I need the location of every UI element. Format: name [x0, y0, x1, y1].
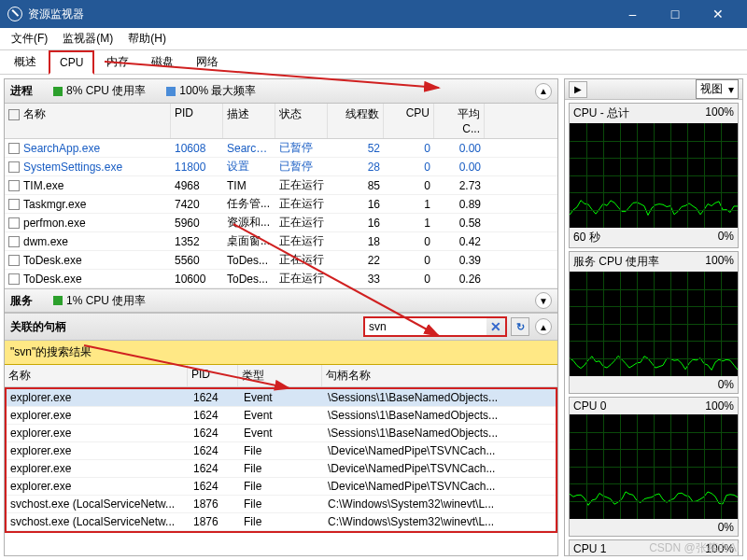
checkbox-icon[interactable] [8, 255, 20, 266]
process-row[interactable]: TIM.exe 4968TIM正在运行 8502.73 [5, 176, 557, 195]
svc-cpu-text: 1% CPU 使用率 [66, 293, 146, 309]
tab-memory[interactable]: 内存 [96, 49, 139, 74]
view-label: 视图 [700, 81, 723, 97]
checkbox-icon[interactable] [8, 273, 20, 285]
process-row[interactable]: dwm.exe 1352桌面窗...正在运行 1800.42 [5, 232, 557, 251]
max-freq-swatch [166, 87, 176, 96]
view-dropdown[interactable]: 视图▾ [696, 79, 739, 99]
right-panel: ▶ 视图▾ CPU - 总计100% 60 秒0%服务 CPU 使用率100% … [564, 78, 743, 556]
tab-overview[interactable]: 概述 [4, 49, 47, 74]
processes-columns: 名称 PID 描述 状态 线程数 CPU 平均 C... [5, 104, 557, 139]
chevron-down-icon: ▾ [728, 83, 734, 96]
handle-row[interactable]: svchost.exe (LocalServiceNetw...1876File… [7, 496, 556, 513]
hcol-name[interactable]: 名称 [5, 365, 188, 386]
tab-cpu[interactable]: CPU [49, 50, 94, 75]
tab-network[interactable]: 网络 [186, 49, 229, 74]
search-input[interactable] [365, 318, 486, 335]
handle-row[interactable]: explorer.exe1624File\Device\NamedPipe\TS… [7, 460, 556, 478]
col-pid[interactable]: PID [171, 104, 223, 138]
col-cpu[interactable]: CPU [384, 104, 434, 138]
processes-header[interactable]: 进程 8% CPU 使用率 100% 最大频率 ▲ [5, 79, 557, 104]
process-row[interactable]: ToDesk.exe 10600ToDes...正在运行 3300.26 [5, 270, 557, 288]
watermark: CSDN @张慕白AI [649, 540, 740, 556]
chart-box: 服务 CPU 使用率100% 0% [569, 251, 739, 394]
checkbox-icon[interactable] [8, 143, 20, 154]
handle-row[interactable]: explorer.exe1624File\Device\NamedPipe\TS… [7, 442, 556, 460]
close-button[interactable]: ✕ [697, 0, 740, 28]
charts-area: CPU - 总计100% 60 秒0%服务 CPU 使用率100% 0%CPU … [565, 100, 742, 555]
processes-body: SearchApp.exe 10608Search...已暂停 5200.00S… [5, 139, 557, 288]
menu-monitor[interactable]: 监视器(M) [55, 29, 120, 49]
menu-help[interactable]: 帮助(H) [120, 29, 174, 49]
process-row[interactable]: SearchApp.exe 10608Search...已暂停 5200.00 [5, 139, 557, 158]
checkbox-icon[interactable] [8, 236, 20, 247]
svc-cpu-swatch [53, 296, 63, 305]
handles-title: 关联的句柄 [10, 319, 66, 335]
app-icon [7, 7, 22, 21]
handle-row[interactable]: explorer.exe1624Event\Sessions\1\BaseNam… [7, 425, 556, 442]
search-refresh-button[interactable]: ↻ [511, 317, 529, 336]
chart-box: CPU - 总计100% 60 秒0% [569, 103, 739, 248]
max-freq-text: 100% 最大频率 [179, 83, 256, 99]
process-row[interactable]: SystemSettings.exe 11800设置已暂停 2800.00 [5, 158, 557, 176]
chart-box: CPU 0100% 0% [569, 397, 739, 537]
nav-back-button[interactable]: ▶ [569, 81, 587, 98]
checkbox-icon[interactable] [8, 180, 20, 191]
checkbox-icon[interactable] [8, 199, 20, 210]
maximize-button[interactable]: □ [654, 0, 697, 28]
handle-row[interactable]: explorer.exe1624Event\Sessions\1\BaseNam… [7, 389, 556, 407]
handles-columns: 名称 PID 类型 句柄名称 [5, 365, 557, 387]
services-header[interactable]: 服务 1% CPU 使用率 ▼ [5, 288, 557, 313]
collapse-icon[interactable]: ▲ [535, 83, 552, 100]
search-result-bar: "svn"的搜索结果 [5, 341, 557, 365]
handle-row[interactable]: explorer.exe1624Event\Sessions\1\BaseNam… [7, 407, 556, 425]
handle-row[interactable]: explorer.exe1624File\Device\NamedPipe\TS… [7, 478, 556, 496]
minimize-button[interactable]: ‒ [611, 0, 654, 28]
checkbox-icon[interactable] [8, 109, 20, 120]
tab-disk[interactable]: 磁盘 [141, 49, 184, 74]
checkbox-icon[interactable] [8, 217, 20, 229]
collapse-icon[interactable]: ▼ [535, 292, 552, 309]
handle-row[interactable]: svchost.exe (LocalServiceNetw...1876File… [7, 513, 556, 531]
cpu-usage-swatch [53, 87, 63, 96]
services-title: 服务 [10, 293, 33, 309]
menu-file[interactable]: 文件(F) [4, 29, 55, 49]
clear-icon[interactable]: ✕ [486, 319, 505, 334]
handles-header: 关联的句柄 ✕ ↻ ▲ [5, 313, 557, 341]
process-row[interactable]: Taskmgr.exe 7420任务管...正在运行 1610.89 [5, 195, 557, 214]
menubar: 文件(F) 监视器(M) 帮助(H) [0, 28, 747, 50]
hcol-pid[interactable]: PID [188, 365, 238, 386]
hcol-obj[interactable]: 句柄名称 [322, 365, 557, 386]
col-state[interactable]: 状态 [275, 104, 328, 138]
hcol-type[interactable]: 类型 [238, 365, 322, 386]
titlebar: 资源监视器 ‒ □ ✕ [0, 0, 747, 28]
col-name[interactable]: 名称 [23, 107, 46, 120]
tabbar: 概述 CPU 内存 磁盘 网络 [0, 50, 747, 75]
process-row[interactable]: ToDesk.exe 5560ToDes...正在运行 2200.39 [5, 251, 557, 270]
search-wrap: ✕ [363, 316, 507, 337]
window-title: 资源监视器 [28, 7, 84, 22]
cpu-usage-text: 8% CPU 使用率 [66, 83, 146, 99]
checkbox-icon[interactable] [8, 161, 20, 173]
col-desc[interactable]: 描述 [223, 104, 275, 138]
collapse-icon[interactable]: ▲ [535, 318, 552, 335]
col-avg[interactable]: 平均 C... [434, 104, 485, 138]
col-threads[interactable]: 线程数 [328, 104, 384, 138]
processes-title: 进程 [10, 83, 33, 99]
handles-body: explorer.exe1624Event\Sessions\1\BaseNam… [5, 387, 557, 533]
process-row[interactable]: perfmon.exe 5960资源和...正在运行 1610.58 [5, 214, 557, 232]
